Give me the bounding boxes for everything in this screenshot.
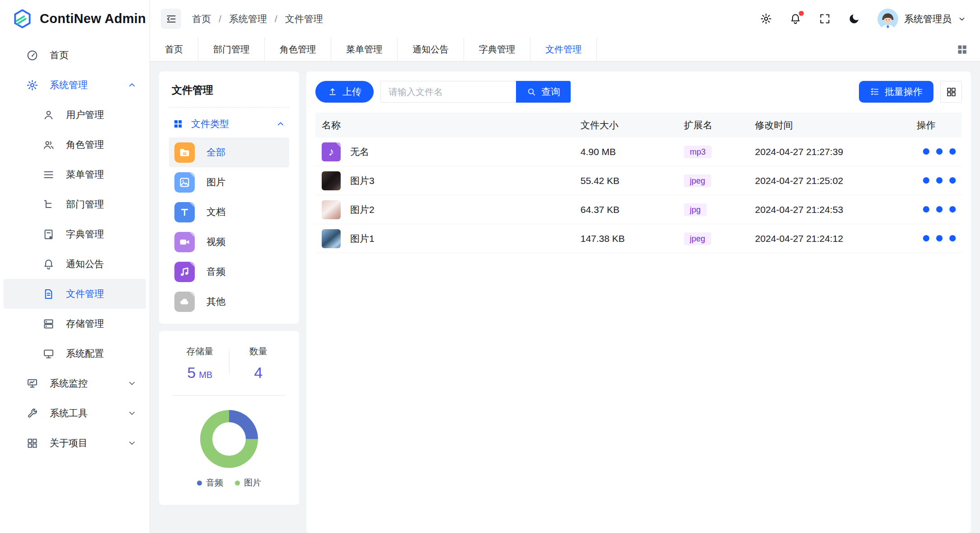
file-size: 55.42 KB bbox=[581, 175, 684, 186]
sidebar-item[interactable]: 存储管理 bbox=[4, 309, 146, 339]
sidebar-item[interactable]: 首页 bbox=[4, 40, 146, 70]
file-type-icon bbox=[174, 172, 195, 193]
sidebar-item[interactable]: 系统配置 bbox=[4, 339, 146, 368]
table-header: 名称 文件大小 扩展名 修改时间 操作 bbox=[315, 113, 962, 137]
modified-time: 2024-04-27 21:24:53 bbox=[755, 204, 917, 215]
notifications-bell-icon[interactable] bbox=[789, 13, 802, 25]
legend-label: 图片 bbox=[244, 477, 261, 489]
horizontal-divider bbox=[173, 395, 286, 396]
file-type-item[interactable]: 图片 bbox=[169, 167, 289, 197]
file-thumbnail bbox=[322, 229, 341, 248]
file-type-item[interactable]: 音频 bbox=[169, 257, 289, 287]
modified-time: 2024-04-27 21:27:39 bbox=[755, 146, 917, 157]
breadcrumb-item[interactable]: 系统管理 bbox=[229, 13, 267, 25]
page-tab[interactable]: 通知公告 bbox=[398, 38, 464, 61]
sidebar-item-label: 系统工具 bbox=[50, 407, 116, 420]
storage-label: 存储量 bbox=[171, 345, 229, 358]
grid-view-icon bbox=[946, 86, 957, 98]
sidebar-collapse-button[interactable] bbox=[161, 9, 181, 29]
user-name: 系统管理员 bbox=[904, 13, 952, 25]
sidebar-item-label: 菜单管理 bbox=[66, 168, 116, 181]
sidebar-item[interactable]: 用户管理 bbox=[4, 100, 146, 130]
file-type-item[interactable]: 视频 bbox=[169, 227, 289, 257]
legend-item: 图片 bbox=[235, 477, 261, 489]
legend-dot bbox=[197, 481, 202, 486]
page-tab-label: 部门管理 bbox=[213, 43, 249, 56]
table-row[interactable]: 图片2 64.37 KB jpg 2024-04-27 21:24:53 bbox=[315, 195, 962, 224]
page-tab-label: 角色管理 bbox=[280, 43, 316, 56]
sidebar-item-icon bbox=[26, 79, 38, 91]
file-type-group-label: 文件类型 bbox=[191, 118, 229, 130]
file-type-label: 图片 bbox=[206, 176, 225, 189]
sidebar-item-chevron-icon bbox=[127, 289, 137, 299]
page-tab[interactable]: 角色管理 bbox=[265, 38, 331, 61]
batch-operation-button[interactable]: 批量操作 bbox=[859, 81, 933, 103]
settings-gear-icon[interactable] bbox=[760, 13, 772, 25]
table-row[interactable]: 无名 4.90 MB mp3 2024-04-27 21:27:39 bbox=[315, 137, 962, 166]
breadcrumb: 首页 / 系统管理 / 文件管理 bbox=[192, 13, 323, 25]
page-tab[interactable]: 首页 bbox=[150, 38, 198, 61]
file-type-item[interactable]: 其他 bbox=[169, 287, 289, 316]
page-tab[interactable]: 字典管理 bbox=[464, 38, 530, 61]
sidebar-item-label: 系统管理 bbox=[50, 79, 116, 91]
page-tab-label: 菜单管理 bbox=[346, 43, 382, 56]
sidebar-item-chevron-icon bbox=[127, 259, 137, 269]
batch-button-label: 批量操作 bbox=[885, 85, 923, 98]
table-row[interactable]: 图片3 55.42 KB jpeg 2024-04-27 21:25:02 bbox=[315, 166, 962, 195]
count-stat: 数量 4 bbox=[230, 345, 288, 382]
fullscreen-icon[interactable] bbox=[819, 13, 831, 25]
tabbar-actions bbox=[956, 38, 980, 61]
breadcrumb-separator: / bbox=[275, 14, 277, 24]
modified-time: 2024-04-27 21:25:02 bbox=[755, 175, 917, 186]
view-mode-toggle-button[interactable] bbox=[940, 81, 962, 103]
file-thumbnail bbox=[322, 171, 341, 190]
file-type-item[interactable]: 全部 bbox=[169, 137, 289, 167]
file-type-item[interactable]: 文档 bbox=[169, 197, 289, 227]
legend-label: 音频 bbox=[206, 477, 223, 489]
legend-dot bbox=[235, 481, 240, 486]
file-type-label: 全部 bbox=[206, 146, 225, 159]
dark-mode-moon-icon[interactable] bbox=[848, 13, 860, 25]
sidebar-item-icon bbox=[26, 407, 38, 420]
row-actions-ellipsis-icon[interactable] bbox=[917, 216, 962, 261]
sidebar-item[interactable]: 系统监控 bbox=[4, 368, 146, 398]
sidebar-item-chevron-icon bbox=[127, 229, 137, 239]
page-tab-label: 首页 bbox=[165, 43, 183, 56]
sidebar-item[interactable]: 系统工具 bbox=[4, 398, 146, 428]
query-button-label: 查询 bbox=[541, 85, 560, 98]
sidebar-item[interactable]: 字典管理 bbox=[4, 219, 146, 249]
main-area: 首页 / 系统管理 / 文件管理 bbox=[150, 0, 980, 533]
query-button[interactable]: 查询 bbox=[516, 81, 571, 103]
sidebar-item[interactable]: 角色管理 bbox=[4, 130, 146, 160]
sidebar-item[interactable]: 菜单管理 bbox=[4, 160, 146, 189]
sidebar-item[interactable]: 系统管理 bbox=[4, 70, 146, 100]
count-label: 数量 bbox=[230, 345, 288, 358]
file-type-group-toggle[interactable]: 文件类型 bbox=[169, 108, 289, 137]
storage-stat: 存储量 5MB bbox=[171, 345, 229, 382]
column-header-ext: 扩展名 bbox=[684, 119, 755, 132]
file-name: 图片3 bbox=[350, 175, 375, 187]
breadcrumb-item[interactable]: 文件管理 bbox=[285, 13, 323, 25]
sidebar-item[interactable]: 通知公告 bbox=[4, 249, 146, 279]
menu-fold-icon bbox=[165, 13, 177, 25]
logo[interactable]: ContiNew Admin bbox=[0, 0, 150, 38]
user-menu[interactable]: 系统管理员 bbox=[877, 9, 966, 29]
sidebar-item[interactable]: 部门管理 bbox=[4, 189, 146, 219]
tab-list-grid-icon[interactable] bbox=[956, 43, 968, 56]
file-type-label: 其他 bbox=[206, 295, 225, 308]
search-input[interactable] bbox=[380, 81, 516, 103]
sidebar-item[interactable]: 关于项目 bbox=[4, 428, 146, 458]
page-tab[interactable]: 部门管理 bbox=[198, 38, 265, 61]
sidebar-item-icon bbox=[42, 198, 55, 211]
file-type-label: 音频 bbox=[206, 265, 225, 278]
page-tab[interactable]: 菜单管理 bbox=[331, 38, 398, 61]
breadcrumb-separator: / bbox=[219, 14, 221, 24]
modified-time: 2024-04-27 21:24:12 bbox=[755, 233, 917, 244]
page-tab[interactable]: 文件管理 bbox=[530, 38, 597, 61]
sidebar-item[interactable]: 文件管理 bbox=[4, 279, 146, 309]
breadcrumb-item[interactable]: 首页 bbox=[192, 13, 211, 25]
upload-button[interactable]: 上传 bbox=[315, 81, 374, 103]
ext-tag: jpg bbox=[684, 203, 707, 216]
table-row[interactable]: 图片1 147.38 KB jpeg 2024-04-27 21:24:12 bbox=[315, 224, 962, 253]
donut-chart bbox=[200, 410, 258, 468]
